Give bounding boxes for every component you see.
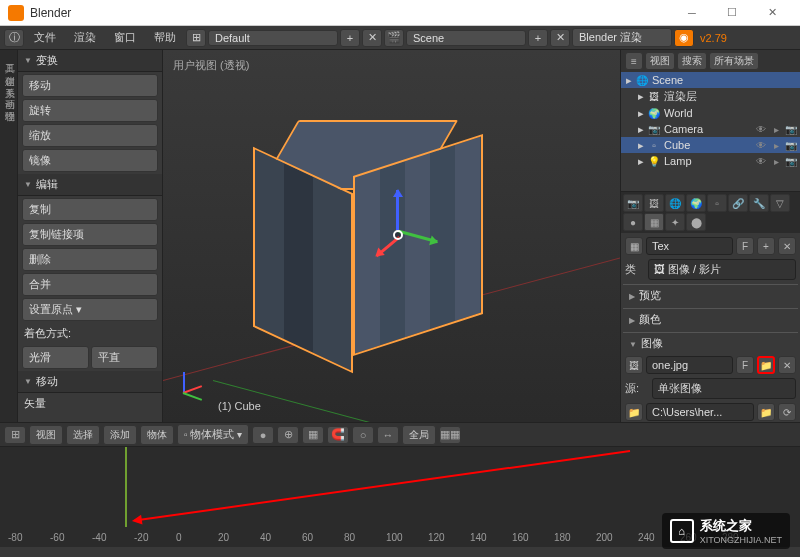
- image-fake-user-button[interactable]: F: [736, 356, 754, 374]
- minimize-button[interactable]: ─: [672, 1, 712, 25]
- layout-icon[interactable]: ⊞: [186, 29, 206, 47]
- texture-add-button[interactable]: +: [757, 237, 775, 255]
- cube-object[interactable]: [243, 120, 473, 350]
- select-menu[interactable]: 选择: [66, 425, 100, 445]
- proportional-icon[interactable]: ○: [352, 426, 374, 444]
- tab-material[interactable]: ●: [623, 213, 643, 231]
- tab-world[interactable]: 🌍: [686, 194, 706, 212]
- tab-render[interactable]: 📷: [623, 194, 643, 212]
- rotate-button[interactable]: 旋转: [22, 99, 158, 122]
- layout-remove-button[interactable]: ✕: [362, 29, 382, 47]
- tab-create[interactable]: 创建: [0, 62, 18, 74]
- tree-item[interactable]: ▸🌐Scene: [621, 72, 800, 88]
- duplicate-button[interactable]: 复制: [22, 198, 158, 221]
- tab-physics[interactable]: 物理: [0, 98, 18, 110]
- filepath-reload-button[interactable]: ⟳: [778, 403, 796, 421]
- editor-type-icon[interactable]: ⊞: [4, 426, 26, 444]
- gizmo-center[interactable]: [393, 230, 403, 240]
- orientation-dropdown[interactable]: 全局: [402, 425, 436, 445]
- tab-modifiers[interactable]: 🔧: [749, 194, 769, 212]
- pivot-icon[interactable]: ⊕: [277, 426, 299, 444]
- image-unlink-button[interactable]: ✕: [778, 356, 796, 374]
- tree-item[interactable]: ▸💡Lamp👁▸📷: [621, 153, 800, 169]
- mirror-button[interactable]: 镜像: [22, 149, 158, 172]
- tab-object[interactable]: ▫: [707, 194, 727, 212]
- tab-tools[interactable]: 工具: [0, 50, 18, 62]
- gizmo-z-axis[interactable]: [396, 190, 399, 230]
- tree-item[interactable]: ▸🖼渲染层: [621, 88, 800, 105]
- tree-item[interactable]: ▸📷Camera👁▸📷: [621, 121, 800, 137]
- tab-texture[interactable]: ▦: [644, 213, 664, 231]
- transform-gizmo[interactable]: [368, 205, 428, 265]
- tab-data[interactable]: ▽: [770, 194, 790, 212]
- scene-icon[interactable]: 🎬: [384, 29, 404, 47]
- menu-help[interactable]: 帮助: [146, 28, 184, 47]
- scene-add-button[interactable]: +: [528, 29, 548, 47]
- tab-particles[interactable]: ✦: [665, 213, 685, 231]
- layout-dropdown[interactable]: Default: [208, 30, 338, 46]
- outliner-editor-icon[interactable]: ≡: [625, 52, 643, 70]
- texture-remove-button[interactable]: ✕: [778, 237, 796, 255]
- tab-physics[interactable]: ⬤: [686, 213, 706, 231]
- version-label: v2.79: [700, 32, 727, 44]
- renderer-dropdown[interactable]: Blender 渲染: [572, 28, 672, 47]
- info-icon[interactable]: ⓘ: [4, 29, 24, 47]
- manipulator-icon[interactable]: ↔: [377, 426, 399, 444]
- outliner-view-menu[interactable]: 视图: [645, 52, 675, 70]
- image-open-button[interactable]: 📁: [757, 356, 775, 374]
- colors-section[interactable]: 颜色: [623, 308, 798, 330]
- active-object-label: (1) Cube: [218, 400, 261, 412]
- scene-remove-button[interactable]: ✕: [550, 29, 570, 47]
- duplicate-linked-button[interactable]: 复制链接项: [22, 223, 158, 246]
- layers-widget[interactable]: ▦▦: [439, 426, 461, 444]
- tab-constraints[interactable]: 🔗: [728, 194, 748, 212]
- close-button[interactable]: ✕: [752, 1, 792, 25]
- scene-dropdown[interactable]: Scene: [406, 30, 526, 46]
- tab-scene[interactable]: 🌐: [665, 194, 685, 212]
- texture-type-dropdown[interactable]: 🖼 图像 / 影片: [648, 259, 796, 280]
- snap-icon[interactable]: 🧲: [327, 426, 349, 444]
- outliner-filter-dropdown[interactable]: 所有场景: [709, 52, 759, 70]
- image-section[interactable]: 图像: [623, 332, 798, 354]
- texture-datablock-icon[interactable]: ▦: [625, 237, 643, 255]
- filepath-field[interactable]: C:\Users\her...: [646, 403, 754, 421]
- tree-item[interactable]: ▸🌍World: [621, 105, 800, 121]
- tab-render-layers[interactable]: 🖼: [644, 194, 664, 212]
- preview-section[interactable]: 预览: [623, 284, 798, 306]
- smooth-button[interactable]: 光滑: [22, 346, 89, 369]
- source-dropdown[interactable]: 单张图像: [652, 378, 796, 399]
- scale-button[interactable]: 缩放: [22, 124, 158, 147]
- tree-item[interactable]: ▸▫Cube👁▸📷: [621, 137, 800, 153]
- menu-render[interactable]: 渲染: [66, 28, 104, 47]
- image-name-field[interactable]: one.jpg: [646, 356, 733, 374]
- join-button[interactable]: 合并: [22, 273, 158, 296]
- layout-add-button[interactable]: +: [340, 29, 360, 47]
- filepath-browse-button[interactable]: 📁: [757, 403, 775, 421]
- 3d-viewport[interactable]: 用户视图 (透视) (1) Cube: [163, 50, 620, 422]
- delete-button[interactable]: 删除: [22, 248, 158, 271]
- view-menu[interactable]: 视图: [29, 425, 63, 445]
- transform-header[interactable]: 变换: [18, 50, 162, 72]
- timeline-cursor[interactable]: [125, 447, 127, 527]
- history-header[interactable]: 移动: [18, 371, 162, 393]
- viewport-shading-icon[interactable]: ●: [252, 426, 274, 444]
- texture-name-field[interactable]: Tex: [646, 237, 733, 255]
- translate-button[interactable]: 移动: [22, 74, 158, 97]
- tab-animation[interactable]: 动画: [0, 86, 18, 98]
- edit-header[interactable]: 编辑: [18, 174, 162, 196]
- maximize-button[interactable]: ☐: [712, 1, 752, 25]
- fake-user-button[interactable]: F: [736, 237, 754, 255]
- flat-button[interactable]: 平直: [91, 346, 158, 369]
- add-menu[interactable]: 添加: [103, 425, 137, 445]
- outliner-search-menu[interactable]: 搜索: [677, 52, 707, 70]
- filepath-icon[interactable]: 📁: [625, 403, 643, 421]
- object-menu[interactable]: 物体: [140, 425, 174, 445]
- layers-icon[interactable]: ▦: [302, 426, 324, 444]
- mode-dropdown[interactable]: ▫ 物体模式 ▾: [177, 424, 249, 445]
- tab-relations[interactable]: 关系: [0, 74, 18, 86]
- menu-file[interactable]: 文件: [26, 28, 64, 47]
- menu-window[interactable]: 窗口: [106, 28, 144, 47]
- image-datablock-icon[interactable]: 🖼: [625, 356, 643, 374]
- outliner[interactable]: ▸🌐Scene▸🖼渲染层▸🌍World▸📷Camera👁▸📷▸▫Cube👁▸📷▸…: [621, 72, 800, 192]
- set-origin-dropdown[interactable]: 设置原点 ▾: [22, 298, 158, 321]
